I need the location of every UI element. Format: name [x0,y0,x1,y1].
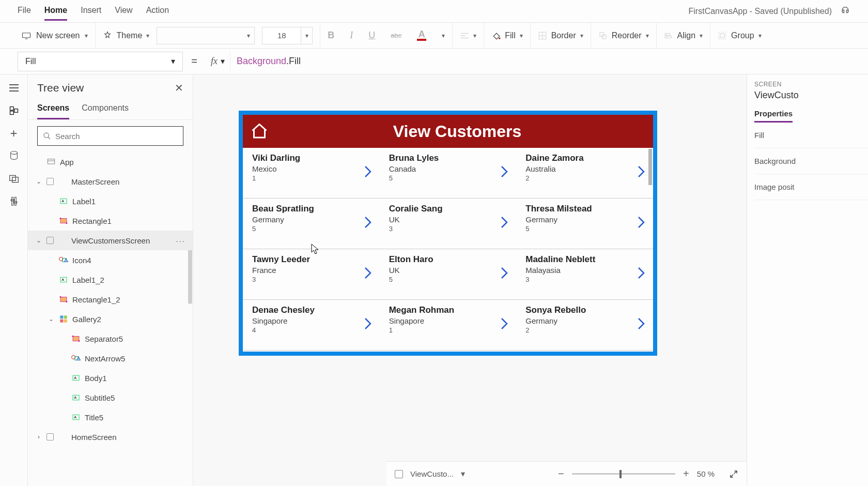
fill-button[interactable]: Fill ▾ [484,23,530,48]
chevron-right-icon[interactable] [500,164,509,179]
tree-item-subtitle5[interactable]: Subtitle5 [28,388,193,407]
tree-item-separator5[interactable]: Separator5 [28,329,193,348]
zoom-out-button[interactable]: − [556,468,566,480]
chevron-right-icon[interactable] [363,316,373,331]
menu-home[interactable]: Home [44,2,67,21]
chevron-right-icon[interactable] [637,215,646,230]
more-icon[interactable]: ··· [176,236,185,245]
tree-item-body1[interactable]: Body1 [28,368,193,388]
group-button[interactable]: Group ▾ [710,23,768,48]
customer-item[interactable]: Madaline NeblettMalayasia3 [516,249,653,300]
menu-action[interactable]: Action [146,2,169,21]
chevron-right-icon[interactable] [363,164,373,179]
chevron-down-icon: ▾ [247,32,250,39]
tree-item-nextarrow5[interactable]: NextArrow5 [28,348,193,368]
align-button[interactable]: Align ▾ [657,23,711,48]
font-size-input[interactable]: 18 ▾ [262,27,313,44]
tree-view-icon[interactable] [8,104,20,117]
customer-item[interactable]: Denae ChesleySingapore4 [243,300,380,351]
label-icon [71,393,81,402]
screen-checkbox[interactable] [395,470,403,478]
border-button[interactable]: Border ▾ [531,23,591,48]
zoom-slider[interactable] [572,473,675,475]
customer-item[interactable]: Viki DarlingMexico1 [243,148,380,199]
tools-icon[interactable] [8,195,20,208]
close-icon[interactable]: ✕ [175,82,183,94]
reorder-button[interactable]: Reorder ▾ [591,23,657,48]
home-icon[interactable] [250,122,269,141]
hamburger-icon[interactable] [8,82,20,94]
text-align-button[interactable]: ▾ [453,23,484,48]
menu-view[interactable]: View [115,2,132,21]
chevron-right-icon[interactable] [363,215,373,230]
tree-item-label1[interactable]: Label1 [28,191,193,211]
customer-country: Singapore [252,316,373,325]
tree-item-rectangle1[interactable]: Rectangle1 [28,211,193,231]
chevron-right-icon[interactable] [500,266,509,280]
italic-button[interactable]: I [350,30,353,41]
selected-screen[interactable]: View Customers Viki DarlingMexico1Bruna … [239,111,657,356]
customer-item[interactable]: Coralie SangUK3 [380,199,517,249]
chevron-down-icon: ▾ [700,32,703,39]
media-icon[interactable] [8,173,20,185]
customer-item[interactable]: Sonya RebelloGermany2 [516,300,653,351]
customer-name: Madaline Neblett [525,254,646,265]
tree-item-icon4[interactable]: Icon4 [28,250,193,270]
customer-item[interactable]: Megan RohmanSingapore1 [380,300,517,351]
strike-button[interactable]: abc [391,32,401,39]
help-icon[interactable] [840,6,850,17]
theme-button[interactable]: Theme ▾ [103,31,149,40]
zoom-value: 50 % [697,469,715,478]
menu-file[interactable]: File [18,2,31,21]
prop-row-fill[interactable]: Fill [754,123,868,148]
tab-screens[interactable]: Screens [37,100,69,119]
chevron-right-icon[interactable] [500,316,509,331]
customer-item[interactable]: Bruna LylesCanada5 [380,148,517,199]
chevron-down-icon: ▾ [520,32,523,39]
tab-properties[interactable]: Properties [754,109,793,123]
formula-input[interactable]: Background.Fill [230,52,868,71]
tree-item-app[interactable]: App [28,152,193,172]
bold-button[interactable]: B [328,30,334,41]
chevron-right-icon[interactable] [637,164,646,179]
prop-row-background[interactable]: Background [754,148,868,174]
chevron-right-icon[interactable] [363,266,373,280]
chevron-right-icon[interactable] [500,215,509,230]
chevron-right-icon[interactable] [637,316,646,331]
prop-row-image-posit[interactable]: Image posit [754,174,868,200]
insert-icon[interactable]: + [8,127,20,140]
font-select[interactable]: ▾ [157,27,255,44]
customer-item[interactable]: Tawny LeederFrance3 [243,249,380,300]
tree-item-masterscreen[interactable]: ⌄MasterScreen [28,172,193,191]
customer-item[interactable]: Elton HaroUK5 [380,249,517,300]
customer-item[interactable]: Thresa MilsteadGermany5 [516,199,653,249]
data-icon[interactable] [8,150,20,162]
label-icon [71,413,81,422]
tree-item-title5[interactable]: Title5 [28,407,193,427]
label-icon [59,196,68,206]
underline-button[interactable]: U [368,30,375,41]
tab-components[interactable]: Components [82,100,129,119]
customer-number: 1 [389,326,509,334]
tree-item-rectangle1_2[interactable]: Rectangle1_2 [28,290,193,309]
property-select[interactable]: Fill ▾ [18,52,183,71]
tree-item-label1_2[interactable]: Label1_2 [28,270,193,290]
expand-icon[interactable] [729,469,738,479]
tree-item-viewcustomersscreen[interactable]: ⌄ViewCustomersScreen··· [28,231,193,250]
new-screen-button[interactable]: New screen ▾ [14,23,96,48]
menu-insert[interactable]: Insert [81,2,101,21]
tree-item-gallery2[interactable]: ⌄Gallery2 [28,309,193,329]
tree-item-homescreen[interactable]: ›HomeScreen [28,427,193,447]
chevron-down-icon[interactable]: ▾ [461,469,465,479]
zoom-in-button[interactable]: + [681,468,691,480]
font-color-button[interactable]: A [417,31,426,41]
customer-item[interactable]: Beau SpratlingGermany5 [243,199,380,249]
chevron-right-icon[interactable] [637,266,646,280]
customer-item[interactable]: Daine ZamoraAustralia2 [516,148,653,199]
search-input[interactable] [37,126,183,146]
svg-point-48 [72,336,74,337]
fx-button[interactable]: fx ▾ [206,56,230,67]
customer-gallery[interactable]: Viki DarlingMexico1Bruna LylesCanada5Dai… [243,148,653,352]
svg-line-55 [731,474,733,477]
breadcrumb[interactable]: ViewCusto... [410,469,454,478]
